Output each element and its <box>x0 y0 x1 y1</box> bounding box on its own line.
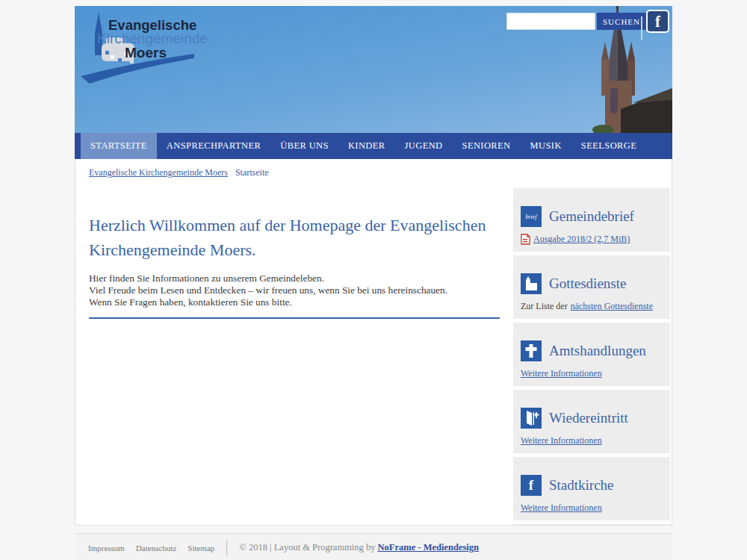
gemeindebrief-download-link[interactable]: Ausgabe 2018/2 (2,7 MiB) <box>533 234 630 245</box>
footer-divider <box>226 540 227 556</box>
facebook-icon[interactable]: f <box>646 10 669 33</box>
logo-text-line3: Moers <box>125 45 167 61</box>
breadcrumb: Evangelische Kirchengemeinde Moers Start… <box>75 159 672 187</box>
search-input[interactable] <box>506 13 595 30</box>
footer-link-impressum[interactable]: Impressum <box>88 544 125 553</box>
header-divider <box>641 16 642 40</box>
intro-line-1: Hier finden Sie Informationen zu unserem… <box>89 273 500 284</box>
intro-line-2: Viel Freude beim Lesen und Entdecken – w… <box>89 284 500 296</box>
nav-item-kinder[interactable]: KINDER <box>338 133 395 159</box>
search-button[interactable]: SUCHEN <box>597 13 646 30</box>
nav-item-musik[interactable]: MUSIK <box>521 133 571 159</box>
gottesdienste-list-link[interactable]: nächsten Gottesdienste <box>571 301 653 312</box>
breadcrumb-home-link[interactable]: Evangelische Kirchengemeinde Moers <box>89 167 228 178</box>
page-title: Herzlich Willkommen auf der Homepage der… <box>89 213 500 262</box>
sidebar-card-wiedereintritt: Wiedereintritt Weitere Informationen <box>513 390 670 453</box>
wiedereintritt-info-link[interactable]: Weitere Informationen <box>521 435 602 447</box>
sidebar-card-gemeindebrief: brief Gemeindebrief Ausgabe 2018/2 (2,7 … <box>513 188 670 252</box>
footer-link-datenschutz[interactable]: Datenschutz <box>136 544 176 553</box>
breadcrumb-current: Startseite <box>235 167 269 178</box>
nav-item-ansprechpartner[interactable]: ANSPRECHPARTNER <box>157 133 270 159</box>
footer: Impressum Datenschutz Sitemap © 2018 | L… <box>75 533 672 560</box>
sidebar-card-title: Stadtkirche <box>549 477 614 494</box>
stadtkirche-info-link[interactable]: Weitere Informationen <box>521 503 602 514</box>
church-icon <box>521 273 542 294</box>
search-area: SUCHEN <box>506 13 646 30</box>
brief-icon: brief <box>521 206 542 227</box>
content-divider <box>89 317 500 319</box>
sidebar-card-title: Amtshandlungen <box>549 343 646 359</box>
site-container: Evangelische Kirchengemeinde Moers SUCHE… <box>75 6 672 560</box>
site-logo[interactable]: Evangelische Kirchengemeinde Moers <box>81 10 275 85</box>
nav-item-jugend[interactable]: JUGEND <box>395 133 453 159</box>
door-icon <box>521 408 542 429</box>
gottesdienste-link-prefix: Zur Liste der <box>521 301 568 312</box>
credit-link[interactable]: NoFrame - Mediendesign <box>378 542 479 553</box>
sidebar-card-title: Gottesdienste <box>549 276 626 292</box>
main-column: Herzlich Willkommen auf der Homepage der… <box>75 187 513 525</box>
sidebar: brief Gemeindebrief Ausgabe 2018/2 (2,7 … <box>513 188 670 525</box>
nav-item-ueber-uns[interactable]: ÜBER UNS <box>270 133 338 159</box>
nav-item-senioren[interactable]: SENIOREN <box>453 133 521 159</box>
facebook-square-icon: f <box>521 475 542 496</box>
sidebar-card-partial <box>513 524 670 525</box>
content-panel: Evangelische Kirchengemeinde Moers Start… <box>75 159 672 526</box>
sidebar-card-amtshandlungen: Amtshandlungen Weitere Informationen <box>513 323 670 386</box>
header: Evangelische Kirchengemeinde Moers SUCHE… <box>75 6 672 133</box>
nav-item-seelsorge[interactable]: SEELSORGE <box>571 133 646 159</box>
sidebar-card-gottesdienste: Gottesdienste Zur Liste der nächsten Got… <box>513 255 670 319</box>
copyright-text: © 2018 | Layout & Programming by NoFrame… <box>239 542 479 553</box>
sidebar-card-stadtkirche: f Stadtkirche Weitere Informationen <box>513 457 670 520</box>
amtshandlungen-info-link[interactable]: Weitere Informationen <box>521 368 602 379</box>
sidebar-card-title: Wiedereintritt <box>549 410 628 426</box>
footer-link-sitemap[interactable]: Sitemap <box>187 544 214 553</box>
intro-line-3: Wenn Sie Fragen haben, kontaktieren Sie … <box>89 296 500 308</box>
sidebar-card-title: Gemeindebrief <box>549 208 634 225</box>
pdf-icon <box>521 234 530 245</box>
nav-item-startseite[interactable]: STARTSEITE <box>81 133 157 159</box>
main-navigation: STARTSEITE ANSPRECHPARTNER ÜBER UNS KIND… <box>75 133 672 159</box>
cross-icon <box>521 340 542 361</box>
